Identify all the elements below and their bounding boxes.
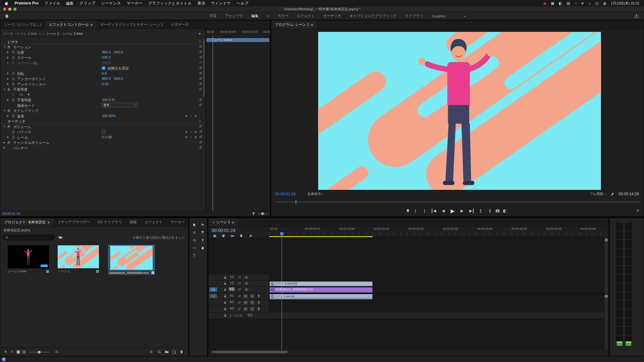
workspace-effects[interactable]: エフェクト [297,14,315,18]
reset-icon[interactable]: ↺ [199,66,202,70]
track-output-eye-icon[interactable] [245,275,248,279]
list-view-icon[interactable]: ≡ [11,349,13,354]
ellipse-mask-icon[interactable]: ○ [12,92,14,97]
prev-keyframe-icon[interactable]: ◀ [185,115,187,117]
param-row-bypass[interactable]: バイパス ◀◇▶ ↺ [0,129,203,135]
comparison-view-icon[interactable]: ◧ [501,209,509,213]
next-keyframe-icon[interactable]: ▶ [195,136,197,138]
param-row-scale[interactable]: ▶ スケール 100.0 ↺ [0,55,203,60]
mute-button[interactable]: M [243,301,248,305]
reset-icon[interactable]: ↺ [199,45,202,49]
clip-scene1-audio[interactable]: fxシーン 1.mov [A] [269,294,373,300]
disclosure-icon[interactable]: ▶ [4,141,5,144]
stopwatch-icon[interactable] [12,71,15,75]
project-item-scene1mov[interactable]: シーン 1.mov [8,245,49,274]
tab-audio-clip-mixer[interactable]: オーディオクリップミキサー: シーン 1 [97,21,167,29]
ec-zoom-slider[interactable] [258,213,268,214]
param-value-y[interactable]: 540.0 [114,50,123,54]
project-item-adobestock-selected[interactable]: AdobeStock_309005838.mov [108,245,155,275]
track-name-v2[interactable]: V2 [228,281,235,285]
trash-icon[interactable] [179,350,184,354]
track-header-a2[interactable]: A2 ⇄ M S [208,300,269,306]
solo-button[interactable]: S [250,301,255,305]
param-value[interactable]: 0.00 [102,82,109,86]
disclosure-icon[interactable]: ▶ [7,56,9,59]
workspace-graphics[interactable]: Graphics [432,14,446,18]
solo-button[interactable]: S [250,294,255,298]
razor-tool[interactable] [198,229,207,236]
sort-icon[interactable]: ≡∨ [55,349,59,354]
voiceover-mic-icon[interactable] [257,307,261,311]
item-label[interactable]: シーン 1 [58,269,96,274]
menubar-item-help[interactable]: ヘルプ [236,1,248,6]
param-row-position[interactable]: ▶ 位置 960.0 540.0 ↺ [0,50,203,55]
disclosure-icon[interactable]: ▶ [4,146,5,149]
timeline-ruler[interactable]: 00:00 00:00:05:00 00:00:10:00 00:00:15:0… [269,227,604,237]
automate-to-sequence-icon[interactable]: ⇉ [149,349,152,354]
stopwatch-icon[interactable] [12,50,15,54]
wifi-icon[interactable]: ≋ [581,1,584,5]
solo-button[interactable]: S [250,307,255,311]
param-row-anchor-point[interactable]: ▶ アンカーポイント 960.0 540.0 ↺ [0,76,203,82]
panel-menu-icon[interactable]: ≡ [311,23,313,27]
lock-icon[interactable] [223,307,227,311]
ec-target-clip[interactable]: シーン 1・シーン 1.mov [46,32,83,36]
lift-icon[interactable]: ↥ [476,209,485,213]
menubar-item-clip[interactable]: クリップ [80,1,95,6]
item-label[interactable]: AdobeStock_309005838.mov [109,271,151,274]
new-bin-icon[interactable] [165,350,169,354]
track-output-eye-icon[interactable] [245,282,248,285]
chevron-down-icon[interactable]: ∨ [39,32,41,35]
track-header-a1[interactable]: A1 A1 ⇄ M S [208,293,269,300]
sync-lock-icon[interactable]: ⇄ [238,281,241,285]
param-value[interactable]: 0.0 dB [102,135,112,139]
disclosure-icon[interactable]: ▶ [7,115,9,117]
stopwatch-icon[interactable] [12,82,15,86]
menubar-item-sequence[interactable]: シーケンス [101,1,121,6]
stopwatch-icon[interactable] [12,77,15,81]
disclosure-icon[interactable]: ▶ [7,83,9,85]
rectangle-tool[interactable]: ▭ [190,244,198,251]
collapse-section-icon[interactable]: ∧ [199,120,201,123]
panel-menu-icon[interactable]: ≡ [48,220,50,224]
workspace-assembly[interactable]: アセンブリ [225,14,243,18]
export-frame-icon[interactable] [495,209,500,213]
param-row-speed[interactable]: ▶ 速度 100.00% ◀◇▶ [0,113,203,119]
close-tab-icon[interactable]: × [212,220,214,224]
tab-sequence-scene1[interactable]: × シーン 1 ≡ [208,218,238,226]
voiceover-mic-icon[interactable] [257,301,261,304]
workspace-color[interactable]: カラー [277,14,288,18]
funnel-filter-icon[interactable] [252,212,255,216]
slip-tool[interactable]: ⇆ [190,237,198,244]
tab-markers[interactable]: マーカー [167,218,188,226]
reset-icon[interactable]: ↺ [199,140,202,144]
param-value-y[interactable]: 540.0 [114,77,123,80]
mark-in-icon[interactable]: { [411,209,420,213]
stopwatch-icon[interactable] [12,130,15,134]
param-value[interactable]: 100.0 % [102,98,115,102]
track-name-v3[interactable]: V3 [228,275,235,279]
thumbnail-zoom-slider[interactable] [29,352,50,353]
disclosure-icon[interactable]: ▼ [4,125,6,127]
zoom-level-dropdown[interactable]: 全体表示 ∨ [307,192,323,196]
disclosure-icon[interactable]: ▶ [7,51,9,53]
workspace-learn[interactable]: 学習 [209,14,216,18]
ec-source-clip[interactable]: ソース・シーン 1.mov [3,32,37,36]
track-name-a2[interactable]: A2 [228,300,235,304]
reset-icon[interactable]: ↺ [199,145,202,150]
track-name-v1[interactable]: V1 [228,287,235,291]
clip-scene1-video[interactable]: fxシーン 1.mov [V] [269,281,373,286]
disclosure-icon[interactable]: ▼ [4,88,6,90]
program-timecode[interactable]: 00:00:01:24 [275,192,295,196]
param-value-x[interactable]: 960.0 [102,77,111,80]
play-button[interactable]: ▶ [448,208,457,214]
project-file-name[interactable]: 名称未設定.prproj [4,228,30,233]
tab-cc-libraries[interactable]: CC ライブラリ [94,218,126,226]
hand-tool[interactable] [198,244,207,251]
ec-playhead[interactable] [213,36,213,211]
menubar-item-graphics[interactable]: グラフィックとタイトル [148,1,192,6]
track-output-eye-icon[interactable] [245,288,248,292]
button-editor-plus-icon[interactable]: + [636,208,639,213]
tab-project[interactable]: プロジェクト: 名称未設定≡ [0,218,53,226]
clip-adobestock-video[interactable]: fxAdobeStock_309005838.mov [269,287,373,293]
